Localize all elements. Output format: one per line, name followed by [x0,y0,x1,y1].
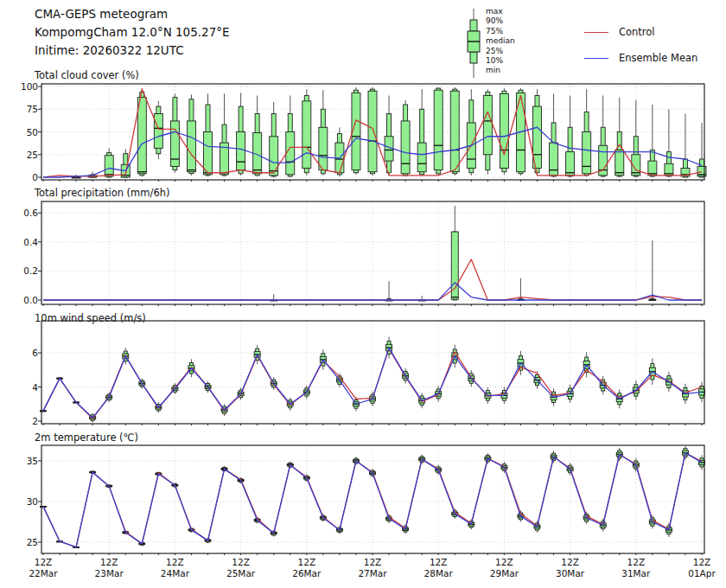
temp-chart [0,443,726,555]
y-tick-label: 2 [5,416,38,426]
legend-ensemble-row: Ensemble Mean [584,45,697,71]
y-tick-label: 4 [5,382,38,393]
boxplot-legend-label: median [486,36,515,46]
y-tick-label: 0.0 [5,295,38,305]
y-tick-label: 6 [5,348,38,358]
y-tick-label: 75 [5,104,38,114]
boxplot-legend-glyph [463,7,484,80]
line-legend: Control Ensemble Mean [584,19,697,71]
y-tick-label: 0 [5,172,38,182]
boxplot-legend-label: max [486,7,515,16]
y-tick-label: 30 [5,496,38,507]
boxplot-legend-label: 75% [486,27,515,36]
boxplot-legend-label: 10% [486,56,515,66]
y-tick-label: 0.4 [5,237,38,247]
precip-chart [0,199,726,306]
y-tick-label: 35 [5,456,38,466]
station-location: KompomgCham 12.0°N 105.27°E [35,23,230,42]
ensemble-label: Ensemble Mean [619,52,697,64]
x-tick-label: 12Z31Mar [610,557,662,579]
boxplot-legend-label: 90% [486,16,515,26]
cloud-chart [0,83,726,182]
boxplot-legend-label: min [486,66,515,75]
x-tick-label: 12Z22Mar [17,557,69,579]
temp-panel-title: 2m temperature (℃) [35,431,138,444]
control-line-swatch [584,32,608,33]
x-tick-label: 12Z28Mar [412,557,464,579]
init-time: Initime: 20260322 12UTC [35,42,230,60]
y-tick-label: 0.6 [5,208,38,218]
meteogram-page: CMA-GEPS meteogram KompomgCham 12.0°N 10… [0,0,726,588]
app-title: CMA-GEPS meteogram [35,5,230,23]
x-tick-label: 12Z27Mar [347,557,398,579]
cloud-panel-title: Total cloud cover (%) [35,69,139,81]
header: CMA-GEPS meteogram KompomgCham 12.0°N 10… [35,5,230,60]
x-tick-label: 12Z23Mar [83,557,135,579]
y-tick-label: 25 [5,150,38,160]
x-tick-label: 12Z30Mar [544,557,596,579]
x-tick-label: 12Z01Apr [676,557,726,579]
precip-panel-title: Total precipitation (mm/6h) [35,187,169,199]
y-tick-label: 50 [5,127,38,137]
x-tick-label: 12Z24Mar [149,557,201,579]
boxplot-legend-label: 25% [486,47,515,56]
y-tick-label: 100 [5,81,38,92]
x-tick-label: 12Z29Mar [478,557,530,579]
legend-control-row: Control [584,19,697,45]
x-tick-label: 12Z25Mar [215,557,267,579]
control-label: Control [619,26,655,38]
boxplot-legend-labels: max90%75%median25%10%min [486,7,515,76]
wind-chart [0,318,726,425]
y-tick-label: 0.2 [5,265,38,276]
x-tick-label: 12Z26Mar [281,557,333,579]
ensemble-line-swatch [584,58,608,59]
y-tick-label: 25 [5,537,38,547]
